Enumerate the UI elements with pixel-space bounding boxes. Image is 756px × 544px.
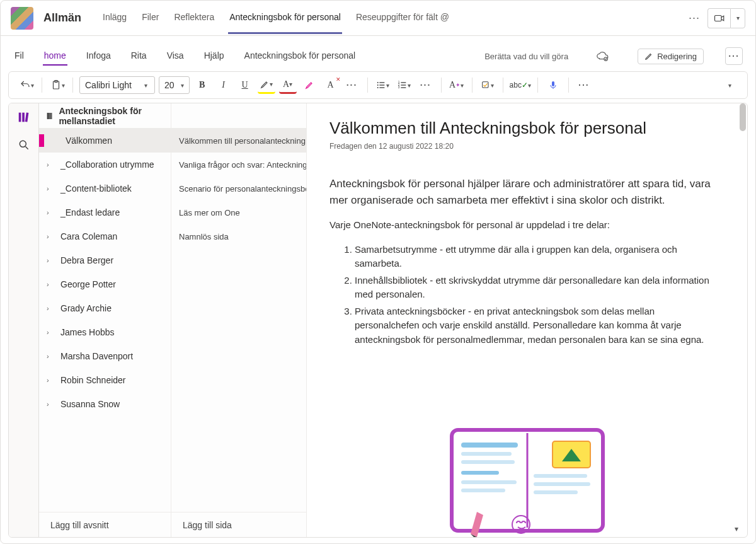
search-icon-button[interactable] (16, 137, 32, 153)
tell-me-search[interactable]: Berätta vad du vill göra (484, 52, 568, 61)
chevron-right-icon: › (47, 352, 55, 360)
page-body[interactable]: Anteckningsbok för personal hjälper lära… (329, 176, 720, 347)
page-item[interactable]: Välkommen till personalanteckning (171, 129, 306, 153)
clear-format-button[interactable] (301, 76, 318, 94)
svg-rect-16 (483, 82, 488, 88)
styles-button[interactable]: A✦▾ (448, 76, 466, 94)
tags-button[interactable]: ▾ (479, 76, 496, 94)
ribbon-tab[interactable]: Fil (13, 47, 25, 66)
expand-chevron-icon[interactable]: ▾ (735, 524, 738, 533)
ellipsis-icon: ··· (728, 51, 740, 61)
numbering-button[interactable]: 123▾ (396, 76, 413, 94)
sync-status-icon[interactable] (596, 49, 610, 63)
section-item[interactable]: ›Robin Schneider (39, 368, 171, 392)
svg-rect-27 (461, 452, 512, 456)
pencil-icon (644, 52, 653, 61)
svg-rect-26 (461, 443, 518, 448)
channel-name: Allmän (43, 11, 81, 25)
page-item[interactable]: Scenario för personalanteckningsbok... (171, 177, 306, 200)
svg-rect-29 (461, 471, 499, 475)
meet-dropdown[interactable]: ▾ (730, 8, 745, 28)
section-item[interactable]: Välkommen (39, 129, 171, 153)
ribbon-tab[interactable]: Hjälp (203, 47, 226, 66)
add-page-button[interactable]: Lägg till sida (171, 512, 306, 537)
editing-mode-button[interactable]: Redigering (638, 49, 704, 64)
channel-tab[interactable]: Reseuppgifter för fält @ (355, 2, 450, 34)
chevron-right-icon: › (47, 328, 55, 336)
ribbon-collapse-button[interactable]: ▾ (721, 76, 738, 94)
pages-panel: Välkommen till personalanteckningVanliga… (171, 103, 307, 537)
svg-rect-18 (18, 113, 21, 122)
font-size-select[interactable]: 20▾ (159, 76, 190, 94)
clear-text-button[interactable]: A✕ (322, 76, 340, 94)
ribbon-tab[interactable]: home (43, 47, 67, 66)
scrollbar-thumb[interactable] (740, 103, 746, 131)
page-timestamp: Fredagen den 12 augusti 2022 18:20 (329, 142, 724, 151)
channel-more-icon[interactable]: ··· (689, 11, 700, 25)
ribbon-tab[interactable]: Rita (130, 47, 148, 66)
notebook-title: Anteckningsbok för mellanstadiet (59, 106, 164, 126)
highlighter-icon (260, 79, 270, 90)
channel-tab[interactable]: Anteckningsbok för personal (228, 2, 342, 34)
page-item[interactable]: Namnlös sida (171, 224, 306, 248)
svg-rect-8 (379, 84, 384, 85)
font-family-value: Calibri Light (85, 80, 132, 90)
section-item[interactable]: ›Debra Berger (39, 248, 171, 272)
svg-point-5 (377, 84, 379, 86)
spellcheck-button[interactable]: abc✓▾ (510, 76, 531, 94)
more-para-button[interactable]: ··· (417, 76, 435, 94)
svg-rect-30 (461, 480, 517, 484)
page-item[interactable]: Vanliga frågor och svar: Anteckningsbok … (171, 153, 306, 177)
bullet-list-icon (376, 80, 386, 90)
page-title[interactable]: Välkommen till Anteckningsbok för person… (329, 119, 724, 138)
add-section-button[interactable]: Lägg till avsnitt (39, 512, 171, 537)
video-icon (714, 13, 725, 24)
ribbon-tab[interactable]: Infoga (85, 47, 112, 66)
notebook-header[interactable]: Anteckningsbok för mellanstadiet (39, 103, 171, 129)
paste-button[interactable]: ▾ (49, 76, 66, 94)
section-item[interactable]: ›Susanna Snow (39, 392, 171, 416)
font-color-button[interactable]: A▾ (279, 76, 297, 94)
ribbon-tab[interactable]: Anteckningsbok för personal (243, 47, 357, 66)
bullets-button[interactable]: ▾ (374, 76, 392, 94)
channel-tab[interactable]: Inlägg (101, 2, 128, 34)
chevron-down-icon: ▾ (528, 82, 531, 89)
toolbar-overflow-button[interactable]: ··· (575, 76, 593, 94)
section-item[interactable]: ›Cara Coleman (39, 224, 171, 248)
chevron-down-icon: ▾ (386, 82, 389, 89)
undo-button[interactable]: ▾ (18, 76, 35, 94)
notebooks-icon[interactable] (16, 110, 32, 125)
svg-rect-28 (461, 460, 515, 464)
svg-rect-31 (461, 489, 505, 492)
channel-tab[interactable]: Filer (140, 2, 160, 34)
chevron-down-icon: ▾ (270, 81, 273, 88)
ellipsis-icon: ··· (420, 80, 432, 90)
more-font-button[interactable]: ··· (343, 76, 361, 94)
page-item[interactable]: Läs mer om One (171, 200, 306, 224)
chevron-right-icon: › (47, 233, 55, 240)
team-avatar (11, 7, 33, 30)
svg-point-21 (20, 141, 26, 147)
svg-rect-34 (534, 474, 587, 478)
section-item[interactable]: ›_Collaboration utrymme (39, 153, 171, 177)
section-item[interactable]: ›_Content-bibliotek (39, 177, 171, 200)
page-canvas[interactable]: Välkommen till Anteckningsbok för person… (307, 103, 747, 537)
section-item[interactable]: ›James Hobbs (39, 320, 171, 344)
ribbon-tab[interactable]: Visa (166, 47, 185, 66)
svg-rect-17 (552, 81, 554, 86)
dictate-button[interactable] (544, 76, 562, 94)
bold-button[interactable]: B (193, 76, 211, 94)
section-item[interactable]: ›Marsha Davenport (39, 344, 171, 368)
ellipsis-icon: ··· (578, 80, 590, 90)
section-item[interactable]: ›George Potter (39, 272, 171, 296)
section-item[interactable]: ›_Endast ledare (39, 200, 171, 224)
highlight-button[interactable]: ▾ (258, 76, 275, 94)
font-family-select[interactable]: Calibri Light▾ (79, 76, 155, 94)
ribbon-more-button[interactable]: ··· (725, 47, 743, 65)
chevron-down-icon: ▾ (31, 82, 34, 89)
underline-button[interactable]: U (236, 76, 254, 94)
channel-tab[interactable]: Reflektera (173, 2, 215, 34)
meet-button[interactable] (707, 8, 730, 28)
italic-button[interactable]: I (215, 76, 232, 94)
section-item[interactable]: ›Grady Archie (39, 296, 171, 320)
